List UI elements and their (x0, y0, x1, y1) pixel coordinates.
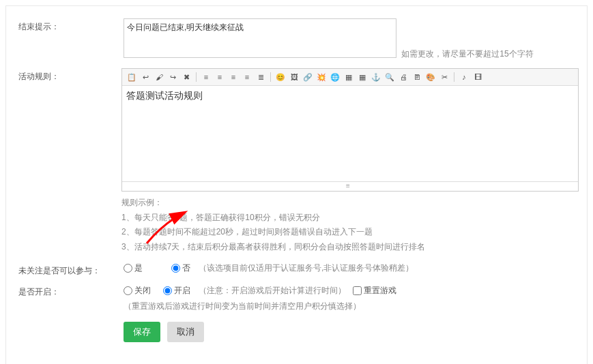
toolbar-button-icon[interactable]: 🔗 (302, 72, 313, 82)
participate-note: （该选项目前仅适用于认证服务号,非认证服务号体验稍差） (199, 262, 414, 274)
toolbar-button-icon[interactable]: ≡ (201, 72, 212, 82)
toolbar-button-icon[interactable]: ↩ (140, 72, 151, 82)
participate-no-label[interactable]: 否 (171, 262, 190, 274)
rules-label: 活动规则： (14, 68, 121, 82)
toolbar-button-icon[interactable]: 🌐 (330, 72, 341, 82)
toolbar-button-icon[interactable]: ≡ (214, 72, 225, 82)
rich-text-editor: 📋↩🖌↪✖≡≡≡≡≣😊🖼🔗💥🌐▦▦⚓🔍🖨🖹🎨✂♪🎞 答题测试活动规则 ≡ (121, 68, 579, 192)
toolbar-button-icon[interactable]: ↪ (167, 72, 178, 82)
enable-label: 是否开启： (14, 285, 124, 298)
toolbar-button-icon[interactable]: ♪ (459, 72, 469, 82)
toolbar-button-icon[interactable]: ≣ (255, 72, 266, 82)
toolbar-button-icon[interactable]: 🔍 (384, 72, 395, 82)
rules-example: 规则示例： 1、每天只能答5题，答题正确获得10积分，错误无积分 2、每题答题时… (121, 196, 579, 254)
rules-example-2: 2、每题答题时间不能超过20秒，超过时间则答题错误自动进入下一题 (121, 225, 579, 240)
button-row: 保存 取消 (124, 322, 579, 342)
enable-close-radio[interactable] (124, 286, 132, 295)
rules-example-3: 3、活动持续7天，结束后积分最高者获得胜利，同积分会自动按照答题时间进行排名 (121, 240, 579, 255)
editor-resize-handle[interactable]: ≡ (122, 181, 578, 191)
toolbar-button-icon[interactable]: ▦ (343, 72, 354, 82)
toolbar-button-icon[interactable]: ▦ (357, 72, 368, 82)
rules-example-title: 规则示例： (121, 196, 579, 211)
editor-body[interactable]: 答题测试活动规则 (122, 86, 578, 181)
toolbar-button-icon[interactable]: 💥 (316, 72, 327, 82)
toolbar-separator (270, 72, 271, 82)
participate-row: 未关注是否可以参与： 是 否 （该选项目前仅适用于认证服务号,非认证服务号体验稍… (14, 262, 579, 277)
participate-yes-radio[interactable] (124, 264, 132, 273)
reset-game-checkbox[interactable] (353, 286, 362, 295)
end-hint-row: 结束提示： 如需更改，请尽量不要超过15个字符 (14, 18, 579, 60)
toolbar-button-icon[interactable]: 🖹 (411, 72, 422, 82)
editor-toolbar: 📋↩🖌↪✖≡≡≡≡≣😊🖼🔗💥🌐▦▦⚓🔍🖨🖹🎨✂♪🎞 (122, 69, 578, 86)
end-hint-textarea[interactable] (124, 18, 396, 58)
end-hint-note: 如需更改，请尽量不要超过15个字符 (401, 48, 533, 60)
toolbar-button-icon[interactable]: 🖼 (289, 72, 300, 82)
toolbar-button-icon[interactable]: 🎞 (472, 72, 483, 82)
enable-close-label[interactable]: 关闭 (124, 285, 151, 297)
toolbar-button-icon[interactable]: 😊 (275, 72, 286, 82)
rules-example-1: 1、每天只能答5题，答题正确获得10积分，错误无积分 (121, 211, 579, 226)
toolbar-button-icon[interactable]: ✖ (181, 72, 192, 82)
toolbar-button-icon[interactable]: ⚓ (371, 72, 381, 82)
reset-game-note: （重置游戏后游戏进行时间变为当前时间并清空用户积分慎选择） (124, 301, 361, 312)
toolbar-button-icon[interactable]: 🖌 (154, 72, 164, 82)
toolbar-button-icon[interactable]: ✂ (439, 72, 450, 82)
toolbar-button-icon[interactable]: 📋 (126, 72, 137, 82)
toolbar-separator (454, 72, 454, 82)
enable-open-note: （注意：开启游戏后开始计算进行时间） (199, 285, 346, 297)
reset-game-label[interactable]: 重置游戏 (353, 285, 396, 297)
participate-label: 未关注是否可以参与： (14, 262, 124, 277)
toolbar-button-icon[interactable]: 🎨 (425, 72, 436, 82)
rules-row: 活动规则： 📋↩🖌↪✖≡≡≡≡≣😊🖼🔗💥🌐▦▦⚓🔍🖨🖹🎨✂♪🎞 答题测试活动规则… (14, 68, 579, 254)
participate-yes-label[interactable]: 是 (124, 262, 143, 274)
toolbar-separator (196, 72, 197, 82)
cancel-button[interactable]: 取消 (167, 322, 204, 342)
end-hint-label: 结束提示： (14, 18, 124, 33)
toolbar-button-icon[interactable]: ≡ (242, 72, 252, 82)
enable-open-radio[interactable] (163, 286, 172, 295)
save-button[interactable]: 保存 (124, 322, 160, 342)
enable-open-label[interactable]: 开启 (163, 285, 190, 297)
enable-row: 是否开启： 关闭 开启 （注意：开启游戏后开始计算进行时间） 重置游戏 （重置游… (14, 285, 579, 312)
toolbar-button-icon[interactable]: ≡ (228, 72, 239, 82)
participate-no-radio[interactable] (171, 264, 180, 273)
toolbar-button-icon[interactable]: 🖨 (398, 72, 409, 82)
